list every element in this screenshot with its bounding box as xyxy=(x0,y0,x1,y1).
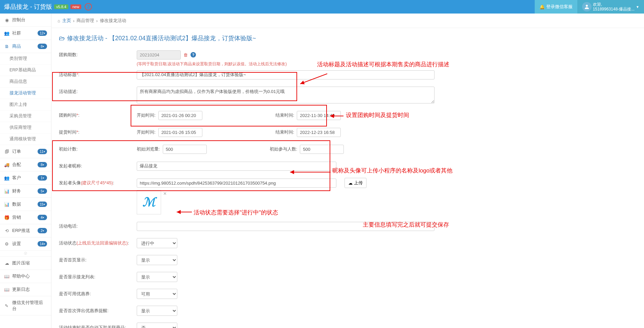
sidebar-item-data[interactable]: 📊数据15 xyxy=(0,198,51,211)
period-note: (等同于取货日期,该活动下商品未设置取货日期，则默认该值。活动上线后无法修改) xyxy=(137,61,287,67)
bell-icon: 🔔 xyxy=(539,4,545,9)
order-icon: 🗐 xyxy=(4,149,9,154)
title-label: 活动标题*: xyxy=(59,70,137,78)
coupon-select[interactable]: 可用 xyxy=(137,289,177,299)
sidebar-item-distribution[interactable]: 🚚合配8 xyxy=(0,158,51,171)
subitem-image-upload[interactable]: 图片上传 xyxy=(0,99,51,111)
topbar: 爆品接龙 - 订货版 v5.8.4 new 2 🔔 登录微信客服 欢迎, 151… xyxy=(0,0,644,14)
sidebar-collapse[interactable]: ⦾ xyxy=(0,251,51,257)
list-show-select[interactable]: 显示 xyxy=(137,272,177,282)
sidebar-item-orders[interactable]: 🗐订单11 xyxy=(0,145,51,158)
init-view-input[interactable] xyxy=(163,145,207,154)
new-badge: new xyxy=(70,4,81,9)
init-count-label: 初始计数: xyxy=(59,144,137,152)
sidebar-item-help[interactable]: 📖帮助中心 xyxy=(0,270,51,283)
svg-point-0 xyxy=(586,5,588,7)
period-label: 团购期数: xyxy=(59,50,137,58)
avatar-label: 发起者头像(建议尺寸45*45): xyxy=(59,178,137,186)
sidebar-item-marketing[interactable]: 🎁营销4 xyxy=(0,211,51,224)
phone-input[interactable] xyxy=(137,222,435,231)
home-show-label: 是否首页显示: xyxy=(59,255,137,263)
group-end-input[interactable] xyxy=(297,111,341,120)
book-icon: 📖 xyxy=(4,274,9,279)
gear-icon: ⚙ xyxy=(4,241,9,247)
dashboard-icon: ◉ xyxy=(4,17,9,23)
info-icon[interactable]: ? xyxy=(191,52,196,57)
breadcrumb: ⌂ 主页 › 商品管理 › 修改接龙活动 xyxy=(51,14,644,28)
subitem-supplier[interactable]: 供应商管理 xyxy=(0,122,51,134)
auto-off-label: 活动结束时是否自动下架关联商品: xyxy=(59,323,137,328)
gift-icon: 🎁 xyxy=(4,215,9,220)
sidebar: ◉控制台 👥社群12 🗎商品8 类别管理 ERP基础商品 商品信息 接龙活动管理… xyxy=(0,14,51,328)
first-popup-label: 是否首次弹出优惠券提醒: xyxy=(59,306,137,314)
avatar-url-input[interactable] xyxy=(137,179,336,188)
cloud-upload-icon: ☁ xyxy=(348,181,353,186)
pickup-start-input[interactable] xyxy=(158,128,202,137)
home-show-select[interactable]: 显示 xyxy=(137,255,177,265)
users-icon: 👥 xyxy=(4,175,9,181)
desc-label: 活动描述: xyxy=(59,87,137,95)
cloud-icon: ☁ xyxy=(4,260,9,266)
pickup-end-input[interactable] xyxy=(297,128,341,137)
group-icon: 👥 xyxy=(4,30,9,36)
edit-icon: ✎ xyxy=(4,303,9,308)
folder-icon: 🗁 xyxy=(59,35,65,42)
pickup-time-label: 提货时间*: xyxy=(59,127,137,135)
period-input xyxy=(137,50,181,60)
init-join-input[interactable] xyxy=(300,145,344,154)
nick-input[interactable] xyxy=(137,162,336,171)
breadcrumb-current: 修改接龙活动 xyxy=(100,18,126,24)
nick-label: 发起者昵称: xyxy=(59,161,137,169)
title-input[interactable] xyxy=(137,70,435,79)
sidebar-item-community[interactable]: 👥社群12 xyxy=(0,27,51,40)
sidebar-item-settings[interactable]: ⚙设置14 xyxy=(0,237,51,251)
avatar-preview: ℳ ✕ xyxy=(137,190,161,214)
phone-label: 活动电话: xyxy=(59,221,137,229)
bars-icon: 📊 xyxy=(4,202,9,207)
sidebar-item-console[interactable]: ◉控制台 xyxy=(0,14,51,27)
subitem-activity-mgmt[interactable]: 接龙活动管理 xyxy=(0,88,51,99)
status-label: 活动状态(上线后无法回退编辑状态): xyxy=(59,238,137,246)
avatar-logo-icon: ℳ xyxy=(142,195,155,209)
book-icon: 📖 xyxy=(4,287,9,292)
subitem-category[interactable]: 类别管理 xyxy=(0,53,51,65)
sidebar-item-finance[interactable]: 📊财务5 xyxy=(0,185,51,198)
coupon-label: 是否可用优惠券: xyxy=(59,289,137,297)
breadcrumb-home[interactable]: 主页 xyxy=(62,18,71,24)
upload-button[interactable]: ☁上传 xyxy=(345,178,367,188)
group-start-input[interactable] xyxy=(158,111,202,120)
first-popup-select[interactable]: 显示 xyxy=(137,306,177,316)
truck-icon: 🚚 xyxy=(4,162,9,167)
notification-count[interactable]: 2 xyxy=(85,3,92,10)
sidebar-item-compress[interactable]: ☁图片压缩 xyxy=(0,257,51,270)
status-select[interactable]: 进行中 xyxy=(137,238,177,248)
home-icon: ⌂ xyxy=(58,18,60,23)
subitem-erp-products[interactable]: ERP基础商品 xyxy=(0,65,51,76)
file-icon: 🗎 xyxy=(4,44,9,49)
remove-avatar-icon[interactable]: ✕ xyxy=(163,191,167,196)
breadcrumb-products: 商品管理 xyxy=(76,18,94,24)
list-show-label: 是否显示接龙列表: xyxy=(59,272,137,280)
desc-textarea[interactable]: 所有商家商品均为虚拟商品，仅作为客户体验版使用，价格统一为0.01元哦 xyxy=(137,87,435,103)
chevron-down-icon: ▼ xyxy=(636,5,639,9)
chart-icon: 📊 xyxy=(4,188,9,194)
trash-icon[interactable]: 🗑 xyxy=(183,52,188,57)
subitem-purchaser[interactable]: 采购员管理 xyxy=(0,111,51,122)
version-badge: v5.8.4 xyxy=(54,4,68,9)
user-avatar-icon xyxy=(582,2,592,11)
sidebar-item-erp-push[interactable]: ⟲ERP推送2 xyxy=(0,224,51,237)
subitem-product-info[interactable]: 商品信息 xyxy=(0,76,51,88)
group-time-label: 团购时间*: xyxy=(59,110,137,118)
sidebar-item-products[interactable]: 🗎商品8 xyxy=(0,40,51,53)
app-title: 爆品接龙 - 订货版 xyxy=(4,3,52,11)
sidebar-item-customers[interactable]: 👥客户1 xyxy=(0,171,51,185)
subitem-common-module[interactable]: 通用模块管理 xyxy=(0,134,51,145)
wechat-login-button[interactable]: 🔔 登录微信客服 xyxy=(535,0,577,14)
sidebar-item-wechat-pay[interactable]: ✎微信支付管理后台 xyxy=(0,296,51,315)
user-menu[interactable]: 欢迎, 15189963148-爆品接... ▼ xyxy=(577,0,644,14)
page-title: 🗁 修改接龙活动 - 【2021.02.04直播活动测试2】爆品接龙，订货体验版… xyxy=(59,34,637,42)
sync-icon: ⟲ xyxy=(4,228,9,233)
auto-off-select[interactable]: 否 xyxy=(137,323,177,328)
sidebar-item-changelog[interactable]: 📖更新日志 xyxy=(0,283,51,296)
